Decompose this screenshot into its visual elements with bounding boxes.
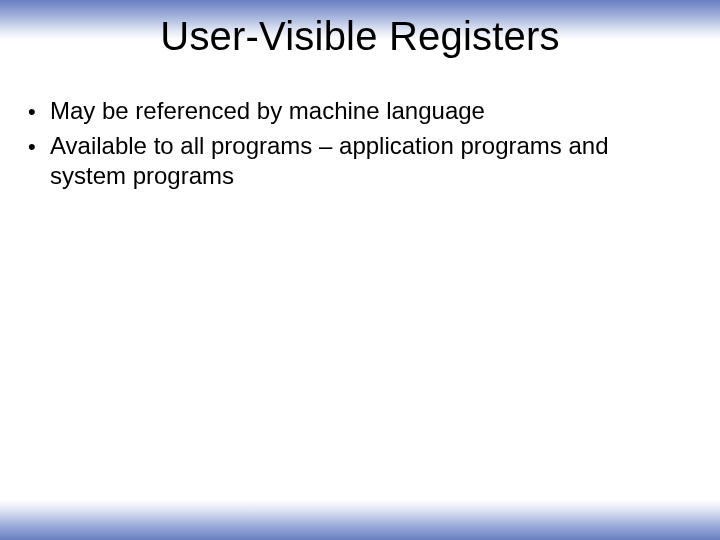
slide-title: User-Visible Registers [0, 14, 720, 59]
bottom-gradient-band [0, 500, 720, 540]
bullet-icon [28, 131, 50, 191]
list-item: May be referenced by machine language [28, 96, 680, 127]
list-item: Available to all programs – application … [28, 131, 680, 191]
slide: User-Visible Registers May be referenced… [0, 0, 720, 540]
slide-body: May be referenced by machine language Av… [28, 96, 680, 195]
bullet-text: May be referenced by machine language [50, 96, 680, 127]
bullet-icon [28, 96, 50, 127]
bullet-text: Available to all programs – application … [50, 131, 680, 191]
